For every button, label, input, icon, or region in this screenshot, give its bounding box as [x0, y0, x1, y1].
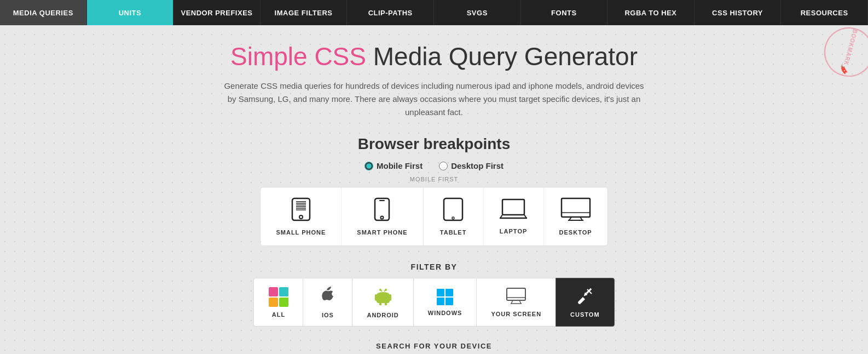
- radio-desktop-first-input[interactable]: [439, 162, 448, 170]
- title-pink: Simple CSS: [230, 42, 366, 71]
- filter-all[interactable]: ALL: [253, 278, 303, 327]
- filter-selector: ALL IOS: [253, 278, 614, 327]
- filter-android-label: ANDROID: [367, 312, 398, 318]
- svg-rect-25: [389, 294, 391, 301]
- svg-point-12: [452, 217, 454, 219]
- laptop-label: LAPTOP: [500, 228, 527, 235]
- filter-all-label: ALL: [272, 311, 285, 318]
- svg-point-9: [381, 216, 384, 219]
- bookmark-label: BOOKMARK: [842, 28, 858, 66]
- filter-windows-label: WINDOWS: [428, 310, 462, 316]
- filter-your-screen[interactable]: YOUR SCREEN: [476, 278, 555, 327]
- all-icon: [269, 287, 288, 307]
- device-tablet[interactable]: TABLET: [424, 187, 484, 245]
- desktop-icon: [560, 197, 591, 225]
- nav-vendor-prefixes[interactable]: VENDOR PREFIXES: [173, 0, 261, 25]
- android-icon: [375, 287, 391, 307]
- nav-svgs[interactable]: SVGS: [434, 0, 521, 25]
- radio-desktop-first[interactable]: Desktop First: [439, 161, 504, 170]
- filter-android[interactable]: ANDROID: [352, 278, 413, 327]
- your-screen-icon: [506, 288, 526, 306]
- svg-rect-8: [375, 198, 389, 220]
- small-phone-label: SMALL PHONE: [276, 229, 326, 236]
- section-title: Browser breakpoints: [144, 135, 724, 153]
- bookmark-button[interactable]: BOOKMARK 🔖: [819, 22, 868, 82]
- filter-by-label: FILTER BY: [144, 262, 724, 271]
- filter-your-screen-label: YOUR SCREEN: [491, 311, 541, 317]
- filter-ios[interactable]: IOS: [303, 278, 352, 327]
- desktop-label: DESKTOP: [559, 229, 592, 236]
- bookmark-icon: 🔖: [838, 64, 849, 76]
- nav-units[interactable]: UNITS: [87, 0, 174, 25]
- svg-rect-28: [507, 288, 525, 300]
- nav-clip-paths[interactable]: CLIP-PATHS: [347, 0, 434, 25]
- main-nav: MEDIA QUERIES UNITS VENDOR PREFIXES IMAG…: [0, 0, 868, 25]
- svg-rect-17: [562, 198, 590, 217]
- smart-phone-label: SMART PHONE: [357, 229, 407, 236]
- nav-resources[interactable]: RESOURCES: [781, 0, 868, 25]
- filter-windows[interactable]: WINDOWS: [413, 278, 477, 327]
- filter-custom[interactable]: CUSTOM: [555, 278, 614, 327]
- title-dark: Media Query Generator: [373, 42, 638, 71]
- nav-media-queries[interactable]: MEDIA QUERIES: [0, 0, 87, 25]
- device-laptop[interactable]: LAPTOP: [484, 187, 544, 245]
- tablet-label: TABLET: [440, 229, 467, 236]
- radio-group: Mobile First Desktop First: [144, 161, 724, 170]
- page-title: Simple CSS Media Query Generator: [144, 42, 724, 71]
- tablet-icon: [443, 197, 464, 225]
- radio-mobile-first-input[interactable]: [364, 162, 373, 170]
- windows-icon: [437, 289, 453, 305]
- svg-rect-13: [502, 199, 524, 215]
- radio-desktop-first-label: Desktop First: [451, 161, 504, 170]
- small-phone-icon: [291, 197, 311, 225]
- nav-rgba-to-hex[interactable]: RGBA TO HEX: [607, 0, 695, 25]
- ios-icon: [320, 286, 335, 307]
- main-content: Simple CSS Media Query Generator Generat…: [133, 25, 735, 354]
- device-desktop[interactable]: DESKTOP: [544, 187, 607, 245]
- smart-phone-icon: [374, 197, 390, 225]
- custom-icon: [576, 287, 594, 307]
- svg-point-7: [299, 215, 303, 219]
- device-smart-phone[interactable]: SMART PHONE: [342, 187, 423, 245]
- device-small-phone[interactable]: SMALL PHONE: [261, 187, 342, 245]
- filter-ios-label: IOS: [322, 312, 334, 318]
- nav-image-filters[interactable]: IMAGE FILTERS: [261, 0, 348, 25]
- radio-mobile-first-label: Mobile First: [377, 161, 423, 170]
- laptop-icon: [499, 198, 528, 224]
- search-title: SEARCH FOR YOUR DEVICE: [144, 342, 724, 350]
- filter-custom-label: CUSTOM: [570, 311, 599, 318]
- mobile-first-label: MOBILE FIRST: [144, 176, 724, 182]
- svg-rect-24: [375, 294, 377, 301]
- nav-css-history[interactable]: CSS HISTORY: [695, 0, 782, 25]
- radio-mobile-first[interactable]: Mobile First: [364, 161, 423, 170]
- device-selector: SMALL PHONE SMART PHONE TABLET: [260, 187, 607, 246]
- nav-fonts[interactable]: FONTS: [521, 0, 608, 25]
- subtitle: Generate CSS media queries for hundreds …: [221, 79, 647, 119]
